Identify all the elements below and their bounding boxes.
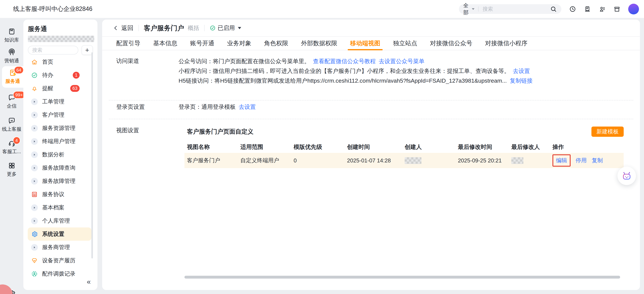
cell-modified-at: 2025-09-25 20:21 — [455, 157, 509, 164]
divider — [204, 25, 204, 31]
sidebar-collapse-button[interactable]: « — [87, 278, 91, 285]
caret-right-icon — [31, 244, 38, 251]
menu-item-service-resource[interactable]: 服务资源管理 — [28, 122, 92, 135]
assistant-robot-button[interactable] — [618, 167, 636, 185]
rail-item-more[interactable]: 更多 — [0, 162, 23, 177]
gem-icon — [31, 257, 38, 264]
view-settings-section: 视图设置 客户服务门户页面自定义 新建模板 视图名称 适用范围 模版优先级 创建… — [102, 119, 640, 168]
chevron-left-icon — [113, 25, 118, 31]
menu-item-terminal-user[interactable]: 终端用户管理 — [28, 135, 92, 148]
link-view-tutorial[interactable]: 查看配置微信公众号教程 — [313, 58, 376, 64]
status-badge: 已启用 — [218, 24, 235, 32]
caret-right-icon — [31, 138, 38, 145]
rail-item-qixin[interactable]: 99+ 企信 — [0, 94, 23, 110]
menu-item-provider-manage[interactable]: 服务商管理 — [28, 241, 92, 254]
disable-link[interactable]: 停用 — [576, 157, 587, 164]
workbench-badge: 4 — [13, 137, 20, 144]
cell-view-name: 客户服务门户 — [184, 157, 238, 164]
edit-link[interactable]: 编辑 — [556, 157, 567, 163]
menu-item-fault-manage[interactable]: 服务故障管理 — [28, 174, 92, 188]
person-circle-icon — [31, 271, 38, 277]
grid-icon — [8, 162, 16, 169]
sidebar-scrollbar[interactable] — [92, 52, 93, 259]
menu-item-basic-archive[interactable]: 基本档案 — [28, 201, 92, 214]
table-header-row: 视图名称 适用范围 模版优先级 创建时间 创建人 最后修改时间 最后修改人 操作 — [184, 141, 624, 153]
page-title: 客户服务门户 — [144, 23, 184, 33]
tab-basic-info[interactable]: 基本信息 — [153, 37, 178, 50]
menu-item-service-agreement[interactable]: 服务协议 — [28, 188, 92, 201]
horizontal-scrollbar[interactable] — [184, 276, 620, 279]
menu-item-asset-history[interactable]: 设备资产履历 — [28, 254, 92, 267]
menu-item-workorder[interactable]: 工单管理 — [28, 95, 92, 108]
caret-right-icon — [31, 151, 38, 158]
search-icon[interactable] — [550, 5, 557, 12]
cell-modifier — [509, 157, 550, 164]
login-template-line: 登录页：通用登录模板去设置 — [178, 103, 640, 111]
cell-actions: 编辑 停用 复制 — [550, 154, 624, 167]
tab-mobile-view[interactable]: 移动端视图 — [350, 37, 380, 50]
gear-icon — [31, 231, 38, 238]
tab-business-object[interactable]: 业务对象 — [227, 37, 251, 50]
sidebar-menu: 首页 待办 1 提醒 63 工单管理 客户管理 服务资源管理 终端用户管理 — [28, 55, 92, 281]
link-go-setting[interactable]: 去设置 — [513, 68, 530, 74]
menu-item-personal-lib[interactable]: 个人库管理 — [28, 214, 92, 227]
tab-independent-site[interactable]: 独立站点 — [393, 37, 417, 50]
caret-right-icon — [31, 178, 38, 184]
robot-icon — [622, 171, 632, 181]
menu-item-parts-transfer[interactable]: 配件调拨记录 — [28, 267, 92, 281]
menu-item-reminder[interactable]: 提醒 63 — [28, 82, 92, 95]
rail-item-marketing[interactable]: 营销通 — [0, 48, 23, 64]
user-avatar[interactable] — [628, 4, 639, 14]
store-icon[interactable] — [614, 5, 620, 12]
add-button[interactable]: + — [82, 45, 93, 55]
tab-wechat-official[interactable]: 对接微信公众号 — [430, 37, 472, 50]
link-copy-url[interactable]: 复制链接 — [510, 77, 533, 84]
status-dropdown[interactable]: 已启用 — [210, 24, 241, 32]
tab-external-data-permission[interactable]: 外部数据权限 — [301, 37, 337, 50]
reminder-badge: 63 — [70, 85, 80, 92]
sidebar-search-input[interactable] — [28, 46, 78, 54]
service-badge: 64 — [14, 66, 24, 74]
contacts-icon[interactable] — [599, 5, 606, 12]
rail-item-service[interactable]: 64 服务通 — [2, 66, 23, 88]
redacted-org-name — [28, 36, 94, 42]
tab-wechat-miniprogram[interactable]: 对接微信小程序 — [485, 37, 528, 50]
tab-role-permission[interactable]: 角色权限 — [264, 37, 288, 50]
access-channel-section: 访问渠道 公众号访问：将门户页面配置在微信公众号菜单里。查看配置微信公众号教程去… — [102, 50, 640, 86]
menu-item-fault-query[interactable]: 服务故障查询 — [28, 161, 92, 174]
bill-icon[interactable] — [584, 5, 591, 12]
access-line-h5: H5链接访问：将H5链接配置到微官网或发送给用户https://crm.cesh… — [178, 77, 640, 85]
link-login-setting[interactable]: 去设置 — [239, 104, 256, 110]
menu-item-data-analysis[interactable]: 数据分析 — [28, 148, 92, 161]
link-set-official-menu[interactable]: 去设置公众号菜单 — [379, 58, 424, 64]
section-label: 登录页设置 — [116, 103, 178, 111]
copy-link[interactable]: 复制 — [592, 157, 603, 164]
menu-item-system-settings[interactable]: 系统设置 — [28, 227, 92, 241]
menu-item-home[interactable]: 首页 — [28, 55, 92, 69]
global-search-input[interactable] — [482, 6, 550, 12]
module-sidebar: 服务通 + 首页 待办 1 提醒 63 工单管理 客户管理 服务资源 — [23, 20, 98, 290]
menu-item-todo[interactable]: 待办 1 — [28, 69, 92, 82]
global-search[interactable]: 全部 — [459, 4, 561, 14]
rail-item-knowledge[interactable]: 知识库 — [0, 28, 23, 43]
table-row: 客户服务门户 自定义终端用户 0 2025-01-07 14:28 2025-0… — [184, 153, 624, 168]
divider — [478, 6, 478, 11]
menu-item-customer[interactable]: 客户管理 — [28, 108, 92, 122]
caret-right-icon — [31, 218, 38, 224]
cell-scope: 自定义终端用户 — [238, 157, 291, 164]
new-template-button[interactable]: 新建模板 — [592, 127, 624, 137]
caret-right-icon — [31, 204, 38, 211]
agreement-doc-icon — [31, 191, 38, 198]
cell-creator — [402, 157, 455, 164]
cell-created-at: 2025-01-07 14:28 — [344, 157, 402, 164]
template-table: 视图名称 适用范围 模版优先级 创建时间 创建人 最后修改时间 最后修改人 操作… — [184, 141, 624, 168]
clock-icon[interactable] — [569, 5, 576, 12]
tab-config-guide[interactable]: 配置引导 — [116, 37, 140, 50]
search-scope-select[interactable]: 全部 — [463, 2, 474, 16]
rail-item-online-service[interactable]: 线上客服 — [0, 117, 23, 133]
tab-account-open[interactable]: 账号开通 — [190, 37, 214, 50]
window-title: 线上客服-呼叫中心企业82846 — [13, 5, 92, 13]
back-button[interactable]: 返回 — [113, 24, 133, 32]
section-label: 访问渠道 — [116, 57, 178, 86]
rail-item-service-workbench[interactable]: 4 客服工... — [0, 139, 23, 155]
